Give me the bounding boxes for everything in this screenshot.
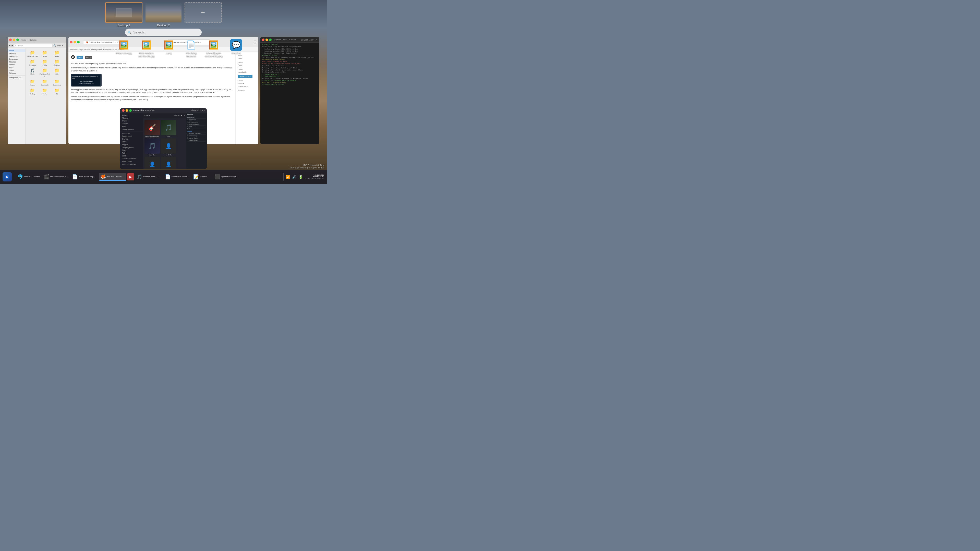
- wp-toolbar-new-post[interactable]: New Post: [70, 49, 78, 50]
- dolphin-info-toggle[interactable]: ℹ: [65, 44, 65, 47]
- elisa-preview-close[interactable]: [122, 109, 124, 112]
- elisa-preview-max[interactable]: [129, 109, 132, 112]
- playlist-item-4[interactable]: 3 Beats between: [188, 123, 206, 125]
- elisa-nav-background[interactable]: Background: [120, 135, 143, 138]
- dolphin-search[interactable]: 🔍: [53, 44, 56, 47]
- playlist-item-2[interactable]: 3 Toppe s02: [188, 119, 206, 121]
- search-input[interactable]: [125, 29, 202, 36]
- playlist-item-11[interactable]: 1 Locket Figurd: [188, 139, 206, 141]
- konsole-split-btn[interactable]: ⊞ Split View: [301, 38, 313, 41]
- taskbar-elisa[interactable]: 🎵 Nattens barn — Elisa: [135, 173, 162, 180]
- konsole-max-btn[interactable]: [269, 38, 272, 41]
- elisa-nav-files[interactable]: Files: [120, 125, 143, 128]
- file-videos[interactable]: 📁 Videos: [39, 49, 51, 58]
- dolphin-toolbar-home[interactable]: ⬅: [9, 44, 11, 47]
- konsole-min-btn[interactable]: [266, 38, 268, 41]
- playlist-item-3[interactable]: Carving objects: [188, 121, 206, 123]
- file-desktop[interactable]: 📁 Desktop: [27, 87, 38, 95]
- file-dropbox[interactable]: 📁 Dropbox: [27, 78, 38, 87]
- file-bit[interactable]: 📁 Bit: [51, 87, 63, 95]
- sidebar-revisions[interactable]: ↩ 16 Revisions: [238, 86, 256, 88]
- close-button[interactable]: [9, 38, 12, 41]
- sidebar-item-desktop[interactable]: Desktop: [8, 52, 25, 55]
- elisa-preview-show-all[interactable]: Show Current: [191, 109, 205, 112]
- album-aisita[interactable]: 🎵 Aisita: [161, 120, 176, 137]
- konsole-close-tab[interactable]: ✕: [315, 38, 318, 41]
- dolphin-view-toggle[interactable]: ⊞: [62, 44, 64, 47]
- album-joel[interactable]: 👤 Joel: [145, 157, 160, 169]
- file-public[interactable]: 📁 Public: [39, 58, 51, 67]
- elisa-nav-jazz[interactable]: Jazz: [120, 154, 143, 157]
- file-pictures[interactable]: 📁 Pictures: [51, 58, 63, 67]
- elisa-nav-genres[interactable]: Genres: [120, 122, 143, 125]
- file-documents[interactable]: 📁 Documents: [51, 78, 63, 87]
- playlist-item-9[interactable]: 2 movie-song: [188, 135, 206, 137]
- taskbar-movies[interactable]: 🎬 Movies convert and file: [42, 173, 70, 180]
- playlist-item-7[interactable]: Mythur: [188, 130, 206, 132]
- sidebar-item-videos[interactable]: Videos: [8, 63, 25, 66]
- add-desktop-button[interactable]: +: [185, 2, 221, 23]
- taskbar-firefox[interactable]: 🦊 Edit Post: Adventures in Linux...: [99, 173, 126, 181]
- elisa-nav-journalist[interactable]: Journalist: [120, 132, 143, 135]
- file-kids[interactable]: 📁 Kids: [51, 67, 63, 77]
- sidebar-item-downloads[interactable]: Downloads: [8, 58, 25, 60]
- desktop-icon-kiss[interactable]: 🖼️ KISS needs to look like this.jpg: [137, 39, 155, 58]
- maximize-button[interactable]: [16, 38, 19, 41]
- playlist-item-5[interactable]: 4 Bora: [188, 125, 206, 128]
- file-templates[interactable]: 📁 Templates: [27, 58, 38, 67]
- sidebar-item-livingroom[interactable]: Living room PC: [8, 76, 25, 79]
- dolphin-sort[interactable]: Sort: [57, 44, 61, 47]
- desktop-2-thumbnail[interactable]: [145, 2, 182, 23]
- elisa-nav-albums[interactable]: Albums: [120, 117, 143, 119]
- sidebar-item-pictures[interactable]: Pictures: [8, 60, 25, 63]
- file-downloads[interactable]: 📁 Downloads: [39, 78, 51, 87]
- album-janis[interactable]: 👤 Janis Reautre: [161, 157, 176, 169]
- elisa-nav-instrumental[interactable]: Instrumental Pop: [120, 163, 143, 166]
- album-iron-of-cat[interactable]: 👤 Iron Of Cat: [161, 138, 176, 156]
- firefox-preview-arrow[interactable]: ▶: [127, 173, 134, 180]
- elisa-preview-min[interactable]: [126, 109, 128, 112]
- sidebar-categories[interactable]: Categories: [238, 89, 256, 91]
- desktop-thumb-1[interactable]: Desktop 1: [105, 2, 142, 27]
- elisa-nav-reggae[interactable]: Reggae: [120, 143, 143, 146]
- playlist-item-10[interactable]: 9 Ladner Sigurd: [188, 137, 206, 139]
- taskbar-clock[interactable]: 10:55 PM Friday, September 29: [305, 174, 324, 179]
- elisa-nav-blues[interactable]: Blues: [120, 140, 143, 143]
- elisa-queue-btn[interactable]: ≡: [184, 115, 185, 117]
- volume-icon[interactable]: 🔊: [292, 175, 296, 179]
- konsole-close-btn[interactable]: [262, 38, 264, 41]
- dolphin-path-bar[interactable]: ~ / Home: [14, 44, 52, 47]
- battery-icon[interactable]: 🔋: [298, 175, 303, 179]
- elisa-play-btn[interactable]: ▶: [181, 114, 182, 117]
- desktop-icon-file-dialog[interactable]: 📄 File dialog issues.txt: [182, 39, 200, 58]
- sidebar-item-documents[interactable]: Documents: [8, 55, 25, 58]
- elisa-nav-game[interactable]: Game Soundtrack: [120, 157, 143, 160]
- firefox-max-btn[interactable]: [77, 41, 80, 43]
- network-icon[interactable]: 📶: [286, 175, 290, 179]
- elisa-nav-folk[interactable]: Folk: [120, 152, 143, 154]
- firefox-close-btn[interactable]: [70, 41, 73, 43]
- desktop-icon-neochat[interactable]: 💬 NeoChat: [227, 39, 245, 55]
- desktop-thumb-2[interactable]: Desktop 2: [145, 2, 182, 27]
- desktop-icon-1png[interactable]: 🖼️ 1.png: [160, 39, 178, 55]
- post-save-btn[interactable]: Post: [76, 56, 83, 59]
- elisa-nav-artists[interactable]: Artists: [120, 114, 143, 117]
- album-apocalyptica[interactable]: 🎸 Apocalyptica Berank: [145, 120, 160, 137]
- desktop-icon-better-icons[interactable]: 🖼️ Better icons.jpg: [115, 39, 133, 55]
- elisa-nav-radio[interactable]: Radio Stations: [120, 128, 143, 131]
- taskbar-precarious[interactable]: 📄 Precarious Masculinity.pdf: [163, 173, 191, 180]
- playlist-item-1[interactable]: Folksange: [188, 116, 206, 119]
- desktop-icon-kde-wallpaper[interactable]: 🖼️ kde-wallpaper-contest-entry.png: [205, 39, 223, 58]
- sidebar-item-music[interactable]: Music: [8, 66, 25, 69]
- taskbar-konsole[interactable]: ⬛ kpipewire : bash — Konsole: [213, 173, 240, 180]
- album-nean-bay[interactable]: 🎵 Nean Bay: [145, 138, 160, 156]
- post-block-btn[interactable]: Block: [85, 56, 92, 59]
- playlist-item-6[interactable]: 5 Klima: [188, 128, 206, 130]
- firefox-min-btn[interactable]: [73, 41, 76, 43]
- playlist-item-8[interactable]: 7 Romens Summer: [188, 132, 206, 135]
- sidebar-item-network[interactable]: Network: [8, 72, 25, 75]
- sidebar-item-trash[interactable]: Trash: [8, 69, 25, 72]
- taskbar-plan[interactable]: 📄 2016-planet-population: [70, 173, 98, 180]
- taskbar-todo[interactable]: 📝 todo.txt: [192, 173, 212, 180]
- wp-toolbar-management[interactable]: Management: [91, 49, 102, 50]
